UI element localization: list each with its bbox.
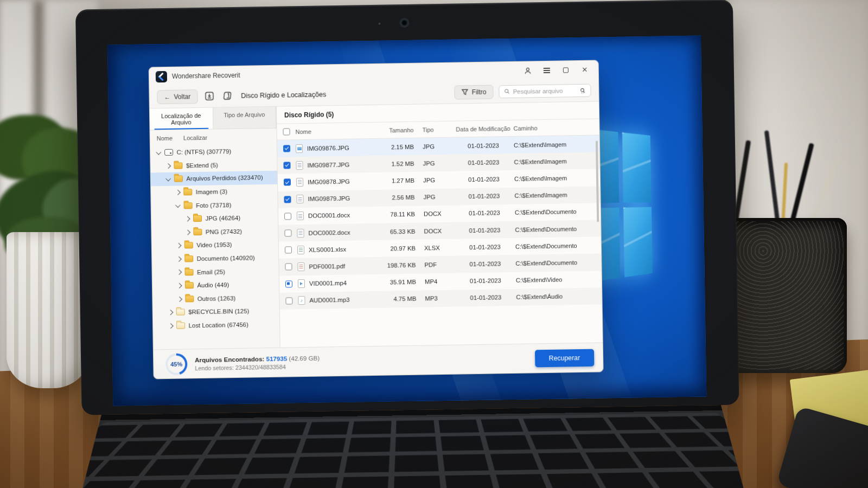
tree-item[interactable]: Imagem (3) — [151, 184, 277, 200]
chevron-icon[interactable] — [177, 297, 182, 301]
chevron-icon[interactable] — [185, 216, 190, 221]
menu-icon[interactable] — [540, 65, 554, 76]
tree-item[interactable]: Documento (140920) — [152, 251, 278, 266]
file-date: 01-01-2023 — [453, 159, 514, 166]
file-type-icon — [297, 229, 304, 237]
tree-item[interactable]: Email (25) — [152, 264, 278, 279]
row-checkbox[interactable] — [284, 229, 291, 236]
row-checkbox[interactable] — [284, 247, 291, 254]
file-type: DOCX — [424, 210, 454, 217]
column-header-path[interactable]: Caminho — [513, 124, 599, 131]
laptop: Wondershare Recoverit × ← Voltar — [71, 0, 745, 488]
breadcrumb: Disco Rígido e Localizações — [241, 91, 326, 99]
tree-item-label: JPG (46264) — [205, 215, 240, 222]
tree-item[interactable]: Arquivos Perdidos (323470) — [151, 171, 277, 186]
chevron-icon[interactable] — [185, 230, 190, 235]
back-button[interactable]: ← Voltar — [157, 89, 197, 104]
file-date: 01-01-2023 — [454, 209, 515, 217]
file-type: XLSX — [424, 244, 455, 251]
chevron-icon[interactable] — [168, 323, 173, 328]
funnel-icon — [462, 88, 469, 95]
files-found-line: Arquivos Encontrados: 517935 (42.69 GB) — [195, 354, 320, 363]
row-checkbox[interactable] — [284, 213, 291, 220]
file-path: C:\$Extend\Áudio — [516, 293, 602, 300]
tree-item[interactable]: $Extend (5) — [150, 157, 277, 172]
tab-file-type[interactable]: Tipo de Arquivo — [213, 107, 276, 129]
tree-item[interactable]: Outros (1263) — [152, 291, 279, 306]
folder-icon — [164, 149, 173, 156]
tree-item[interactable]: JPG (46264) — [151, 211, 278, 226]
folder-icon — [184, 242, 193, 249]
tree-item[interactable]: $RECYCLE.BIN (125) — [153, 304, 279, 319]
filter-button[interactable]: Filtro — [455, 85, 494, 99]
recover-button[interactable]: Recuperar — [535, 349, 595, 367]
file-list-panel: Disco Rígido (5) Nome Tamanho Tipo Data … — [277, 101, 603, 347]
search-box[interactable] — [499, 84, 591, 98]
desk-scene: Wondershare Recoverit × ← Voltar — [0, 0, 868, 488]
folder-icon — [174, 176, 182, 182]
column-header-name[interactable]: Nome — [295, 127, 374, 134]
file-name: DOC0002.docx — [308, 229, 350, 236]
file-type: JPG — [423, 177, 454, 184]
scan-progress-value: 45% — [165, 353, 188, 375]
close-icon[interactable]: × — [578, 64, 592, 76]
maximize-icon[interactable] — [559, 64, 573, 76]
folder-icon — [184, 282, 193, 288]
files-found-count: 517935 — [266, 355, 287, 362]
chevron-icon[interactable] — [175, 190, 180, 195]
tree-item[interactable]: PNG (27432) — [151, 224, 278, 239]
chevron-icon[interactable] — [177, 283, 182, 288]
recoverit-window: Wondershare Recoverit × ← Voltar — [149, 60, 604, 379]
row-checkbox[interactable] — [285, 264, 292, 271]
select-all-checkbox[interactable] — [283, 128, 290, 135]
tree-item[interactable]: Áudio (449) — [152, 278, 279, 293]
row-checkbox[interactable] — [285, 297, 292, 304]
file-table-rows: IMG09876.JPG 2.15 MB JPG 01-01-2023 C:\$… — [277, 135, 603, 347]
tree-item[interactable]: Lost Location (67456) — [153, 317, 279, 332]
file-path: C:\$Extend\Imagem — [514, 191, 600, 199]
tab-file-location[interactable]: Localização de Arquivo — [150, 108, 213, 130]
folder-icon — [193, 229, 202, 235]
file-date: 01-01-2023 — [455, 277, 516, 285]
account-icon[interactable] — [521, 65, 535, 76]
file-size: 198.76 KB — [376, 261, 424, 268]
deep-search-icon[interactable] — [579, 86, 585, 94]
column-header-date[interactable]: Data de Modificação — [452, 125, 513, 132]
tree-item[interactable]: C: (NTFS) (307779) — [150, 144, 277, 159]
filter-button-label: Filtro — [472, 88, 487, 95]
chevron-icon[interactable] — [166, 176, 171, 181]
folder-icon — [185, 296, 194, 302]
column-header-type[interactable]: Tipo — [422, 126, 452, 133]
folder-icon — [193, 215, 201, 222]
drive-icon[interactable] — [221, 89, 234, 102]
file-name: IMG09879.JPG — [308, 195, 350, 202]
chevron-icon[interactable] — [176, 256, 181, 261]
window-title: Wondershare Recoverit — [172, 72, 240, 80]
row-checkbox[interactable] — [283, 162, 290, 169]
tree-item[interactable]: Foto (73718) — [151, 197, 277, 213]
folder-icon — [183, 189, 192, 195]
tree-item[interactable]: Video (1953) — [152, 237, 278, 253]
row-checkbox[interactable] — [284, 196, 291, 203]
row-checkbox[interactable] — [283, 145, 290, 152]
column-header-size[interactable]: Tamanho — [374, 126, 422, 133]
file-size: 35.91 MB — [377, 279, 425, 286]
chevron-icon[interactable] — [156, 149, 161, 154]
chevron-icon[interactable] — [168, 310, 173, 315]
sidebar-tabs: Localização de Arquivo Tipo de Arquivo — [150, 107, 277, 131]
folder-tree: C: (NTFS) (307779) $Extend (5) Arquivos … — [150, 143, 280, 350]
file-name: DOC0001.docx — [308, 212, 350, 219]
chevron-icon[interactable] — [175, 202, 180, 207]
chevron-icon[interactable] — [176, 270, 181, 275]
chevron-icon[interactable] — [176, 243, 181, 248]
tree-item-label: $RECYCLE.BIN (125) — [188, 308, 249, 316]
save-scan-icon[interactable] — [203, 89, 216, 102]
search-input[interactable] — [513, 87, 576, 95]
file-size: 1.52 MB — [375, 160, 423, 167]
file-path: C:\$Extend\Documento — [515, 259, 601, 266]
row-checkbox[interactable] — [285, 280, 292, 287]
file-type: MP3 — [425, 295, 455, 302]
chevron-icon[interactable] — [165, 163, 170, 168]
tree-header-locate: Localizar — [183, 134, 207, 142]
row-checkbox[interactable] — [283, 179, 290, 186]
